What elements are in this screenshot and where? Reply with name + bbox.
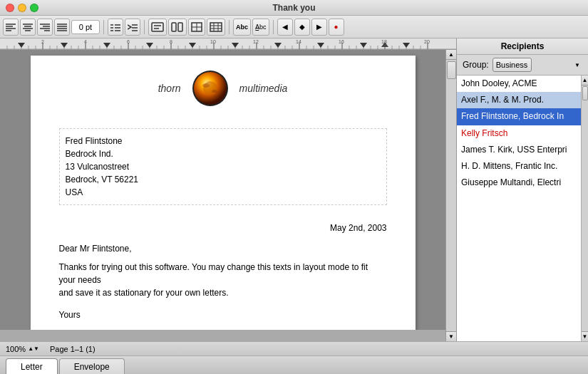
salutation: Dear Mr Flintstone,	[59, 244, 387, 254]
recipient-item[interactable]: Fred Flintstone, Bedrock In	[457, 108, 581, 125]
align-left-button[interactable]	[3, 19, 19, 36]
svg-rect-25	[152, 23, 163, 31]
next-button[interactable]: ▶	[311, 19, 327, 36]
zoom-control[interactable]: 100% ▲▼	[6, 345, 39, 353]
title-bar: Thank you	[0, 0, 588, 16]
svg-text:10: 10	[210, 39, 216, 44]
date-text: May 2nd, 2003	[330, 223, 386, 233]
sidebar-group-row: Group: Business Personal	[457, 55, 588, 76]
scroll-up-button[interactable]: ▲	[446, 50, 456, 60]
table-button[interactable]	[188, 19, 205, 36]
sidebar-scroll-thumb[interactable]	[582, 86, 588, 100]
sidebar: Recipients Group: Business Personal John…	[456, 38, 588, 341]
svg-point-124	[202, 83, 210, 88]
spellcheck-button[interactable]: Abc	[233, 19, 251, 36]
address-line2: Bedrock Ind.	[66, 147, 381, 160]
traffic-lights[interactable]	[0, 4, 38, 12]
svg-text:16: 16	[339, 39, 344, 44]
sidebar-header: Recipients	[457, 38, 588, 55]
sidebar-scroll-up[interactable]: ▲	[582, 76, 588, 85]
columns-button[interactable]	[168, 19, 187, 36]
scroll-down-button[interactable]: ▼	[446, 331, 456, 341]
svg-text:8: 8	[170, 39, 172, 44]
justify-button[interactable]	[54, 19, 70, 36]
tab-envelope[interactable]: Envelope	[59, 358, 125, 374]
zoom-value: 100%	[6, 345, 26, 353]
scroll-thumb[interactable]	[447, 61, 456, 79]
address-line3: 13 Vulcanostreet	[66, 160, 381, 173]
svg-rect-29	[178, 23, 182, 31]
ruler: 2 4 6	[0, 38, 456, 50]
close-button[interactable]	[6, 4, 14, 12]
svg-point-123	[203, 81, 217, 95]
address-line4: Bedrock, VT 56221	[66, 173, 381, 186]
align-right-button[interactable]	[37, 19, 53, 36]
page-info: Page 1–1 (1)	[50, 345, 96, 353]
pt-input[interactable]: 0 pt	[71, 20, 100, 34]
spellcheck2-button[interactable]: A̲bc	[252, 19, 269, 36]
window-title: Thank you	[272, 3, 315, 13]
scroll-track[interactable]	[446, 60, 456, 331]
svg-rect-28	[172, 23, 176, 31]
align-center-button[interactable]	[20, 19, 36, 36]
group-label: Group:	[463, 60, 489, 70]
letterhead-left: thorn	[158, 83, 181, 94]
letterhead-logo	[192, 70, 229, 107]
document-scroll[interactable]: thorn	[0, 50, 445, 330]
ruler-svg: 2 4 6	[0, 38, 456, 50]
separator-1	[103, 20, 104, 34]
separator-2	[144, 20, 145, 34]
document-area: 2 4 6	[0, 38, 456, 341]
closing-text: Yours	[59, 310, 387, 320]
table2-button[interactable]	[207, 19, 225, 36]
svg-text:20: 20	[424, 39, 430, 44]
address-line1: Fred Flintstone	[66, 135, 381, 147]
address-line5: USA	[66, 186, 381, 199]
tab-bar: Letter Envelope	[0, 355, 588, 374]
separator-4	[273, 20, 274, 34]
recipient-item[interactable]: Giuseppe Multandi, Electri	[457, 175, 581, 191]
sidebar-scroll-track[interactable]	[582, 85, 588, 331]
recipient-item[interactable]: Kelly Fritsch	[457, 125, 581, 142]
svg-text:6: 6	[127, 39, 130, 44]
document-page: thorn	[31, 56, 416, 330]
indent-button[interactable]	[125, 19, 140, 36]
tab-envelope-label: Envelope	[74, 362, 110, 372]
svg-text:4: 4	[84, 39, 87, 44]
svg-rect-33	[210, 23, 222, 31]
svg-text:12: 12	[253, 39, 259, 44]
zoom-arrow-icon[interactable]: ▲▼	[28, 346, 39, 352]
body-content: Thanks for trying out this software. You…	[59, 262, 368, 298]
date-line: May 2nd, 2003	[59, 223, 387, 233]
group-select-wrapper[interactable]: Business Personal	[492, 58, 582, 72]
tab-letter-label: Letter	[21, 362, 43, 372]
tab-letter[interactable]: Letter	[6, 358, 58, 374]
prev-button[interactable]: ◀	[277, 19, 293, 36]
play-button[interactable]: ◆	[294, 19, 310, 36]
recipient-item[interactable]: James T. Kirk, USS Enterpri	[457, 142, 581, 158]
status-bar: 100% ▲▼ Page 1–1 (1)	[0, 341, 588, 355]
list-button[interactable]	[108, 19, 123, 36]
text-frame-button[interactable]	[148, 19, 167, 36]
recipient-item[interactable]: H. D. Mittens, Frantic Inc.	[457, 158, 581, 175]
svg-text:2: 2	[41, 39, 44, 44]
recipient-item[interactable]: John Dooley, ACME	[457, 76, 581, 92]
letterhead-right: multimedia	[239, 83, 288, 94]
svg-point-125	[212, 90, 217, 93]
body-text[interactable]: Thanks for trying out this software. You…	[59, 261, 387, 299]
sidebar-scroll-down[interactable]: ▼	[582, 331, 588, 341]
recipients-list[interactable]: John Dooley, ACMEAxel F., M. & M. Prod.F…	[457, 76, 581, 341]
group-select[interactable]: Business Personal	[492, 58, 532, 72]
salutation-text: Dear Mr Flintstone,	[59, 244, 132, 254]
separator-3	[229, 20, 229, 34]
maximize-button[interactable]	[30, 4, 38, 12]
doc-scrollbar[interactable]: ▲ ▼	[445, 50, 456, 341]
address-block: Fred Flintstone Bedrock Ind. 13 Vulcanos…	[59, 128, 387, 205]
stop-button[interactable]: ●	[329, 19, 344, 36]
recipient-item[interactable]: Axel F., M. & M. Prod.	[457, 92, 581, 108]
minimize-button[interactable]	[18, 4, 26, 12]
toolbar: 0 pt Abc A̲bc ◀ ◆ ▶ ●	[0, 16, 588, 38]
svg-text:14: 14	[296, 39, 301, 44]
letterhead: thorn	[59, 70, 387, 107]
